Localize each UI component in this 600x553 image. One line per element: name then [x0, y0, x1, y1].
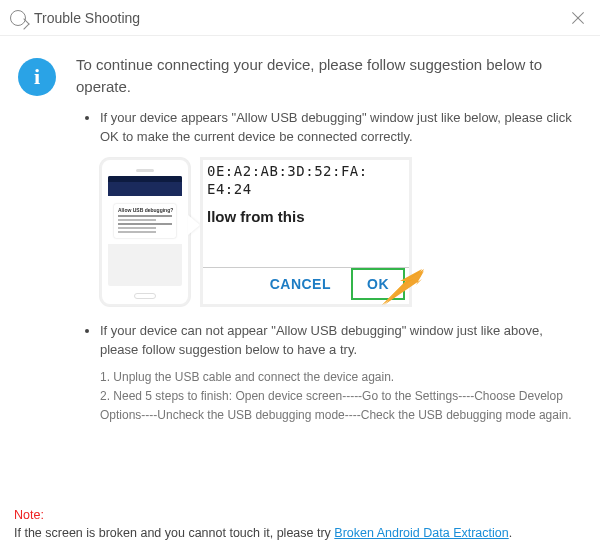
- info-icon: i: [18, 58, 56, 96]
- close-icon[interactable]: [566, 6, 590, 30]
- tip-item-1: If your device appears "Allow USB debugg…: [100, 108, 582, 307]
- fingerprint-line1: 0E:A2:AB:3D:52:FA:: [207, 162, 368, 181]
- broken-android-link[interactable]: Broken Android Data Extraction: [334, 526, 508, 540]
- info-column: i: [18, 54, 62, 439]
- phone-mockup: Allow USB debugging?: [100, 158, 190, 306]
- tip2-text: If your device can not appear "Allow USB…: [100, 321, 582, 360]
- app-icon: [10, 10, 26, 26]
- fingerprint-line2: E4:24: [207, 180, 368, 199]
- tip-item-2: If your device can not appear "Allow USB…: [100, 321, 582, 426]
- content: i To continue connecting your device, pl…: [0, 36, 600, 439]
- window-title: Trouble Shooting: [34, 10, 566, 26]
- cancel-button[interactable]: CANCEL: [270, 276, 331, 292]
- note-text-before: If the screen is broken and you cannot t…: [14, 526, 334, 540]
- steps: 1. Unplug the USB cable and connect the …: [100, 368, 582, 426]
- note-label: Note:: [14, 508, 44, 522]
- step-1: 1. Unplug the USB cable and connect the …: [100, 368, 582, 387]
- zoom-panel: 0E:A2:AB:3D:52:FA: E4:24 llow from this …: [200, 157, 412, 307]
- lead-text: To continue connecting your device, plea…: [76, 54, 582, 98]
- main-column: To continue connecting your device, plea…: [62, 54, 582, 439]
- allow-from-text: llow from this: [207, 208, 305, 225]
- tip1-text: If your device appears "Allow USB debugg…: [100, 108, 582, 147]
- ok-button[interactable]: OK: [351, 268, 405, 300]
- phone-dialog-title: Allow USB debugging?: [118, 207, 172, 213]
- note-text-after: .: [509, 526, 512, 540]
- tips-list: If your device appears "Allow USB debugg…: [76, 108, 582, 426]
- titlebar: Trouble Shooting: [0, 0, 600, 36]
- step-2: 2. Need 5 steps to finish: Open device s…: [100, 387, 582, 425]
- mock-illustration: Allow USB debugging?: [100, 157, 582, 307]
- footer-note: Note: If the screen is broken and you ca…: [14, 506, 586, 544]
